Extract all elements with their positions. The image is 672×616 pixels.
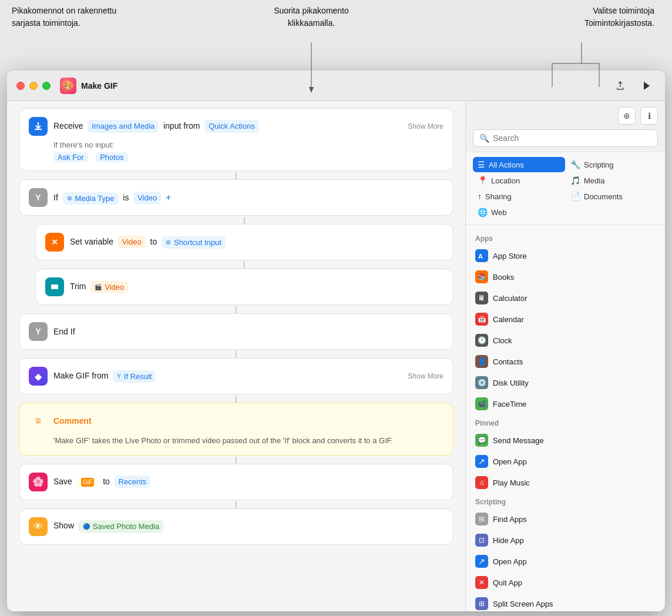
category-sharing[interactable]: ↑ Sharing: [473, 189, 565, 204]
app-store-label: App Store: [493, 252, 527, 260]
calculator-label: Calculator: [493, 294, 527, 303]
connector-3: [244, 262, 245, 269]
category-web[interactable]: 🌐 Web: [473, 205, 565, 220]
token-saved-photo[interactable]: 🔵Saved Photo Media: [79, 520, 163, 533]
sidebar-list[interactable]: Apps A App Store 📚 Books 🖩 Calculator 📅: [466, 225, 665, 611]
make-gif-show-more[interactable]: Show More: [408, 372, 443, 380]
open-app-pinned-icon: ↗: [475, 455, 488, 468]
calendar-label: Calendar: [493, 315, 524, 324]
send-message-icon: 💬: [475, 434, 488, 447]
category-documents[interactable]: 📄 Documents: [566, 189, 658, 204]
connector-1: [236, 172, 237, 179]
list-item-open-app-pinned[interactable]: ↗ Open App: [466, 451, 665, 472]
all-actions-icon: ☰: [478, 160, 485, 169]
token-shortcut-input[interactable]: ⚙Shortcut Input: [162, 236, 226, 249]
token-images-media[interactable]: Images and Media: [88, 120, 159, 133]
list-item-contacts[interactable]: 👤 Contacts: [466, 351, 665, 372]
connector-2: [244, 217, 245, 224]
list-item-calendar[interactable]: 📅 Calendar: [466, 309, 665, 330]
list-item-hide-app[interactable]: ⊡ Hide App: [466, 530, 665, 551]
app-icon: 🎨: [60, 78, 76, 94]
token-recents[interactable]: Recents: [115, 476, 151, 488]
make-gif-icon: ◆: [29, 367, 48, 386]
minimize-button[interactable]: [29, 82, 38, 90]
open-app-label: Open App: [493, 557, 527, 566]
receive-sub-text: If there's no input:: [29, 140, 443, 149]
play-music-label: Play Music: [493, 478, 530, 487]
list-item-find-apps[interactable]: ⊞ Find Apps: [466, 508, 665, 530]
clock-icon: 🕐: [475, 334, 488, 347]
list-item-facetime[interactable]: 📹 FaceTime: [466, 393, 665, 414]
token-video-trim[interactable]: 🎬Video: [90, 281, 128, 294]
connector-5: [236, 351, 237, 358]
sidebar-icons-row: ⊕ ℹ: [473, 107, 658, 125]
category-scripting[interactable]: 🔧 Scripting: [566, 157, 658, 172]
token-media-type[interactable]: ⚙Media Type: [63, 192, 119, 205]
share-button[interactable]: [611, 76, 630, 95]
annotation-right: Valitse toimintoja Toimintokirjastosta.: [525, 5, 654, 29]
token-gif[interactable]: GIF: [77, 477, 99, 487]
show-icon: 👁: [29, 517, 48, 536]
show-block[interactable]: 👁 Show 🔵Saved Photo Media: [19, 508, 453, 545]
main-window: 🎨 Make GIF: [7, 71, 665, 611]
comment-label: Comment: [53, 416, 92, 426]
end-if-block[interactable]: Y End If: [19, 313, 453, 350]
contacts-label: Contacts: [493, 357, 523, 366]
svg-text:A: A: [478, 253, 483, 260]
comment-icon: ≡: [29, 411, 48, 430]
workflow-canvas[interactable]: Receive Images and Media input from Quic…: [7, 101, 465, 611]
books-label: Books: [493, 273, 514, 282]
search-bar[interactable]: 🔍: [473, 129, 658, 147]
list-item-calculator[interactable]: 🖩 Calculator: [466, 287, 665, 309]
search-input[interactable]: [493, 133, 651, 143]
list-item-app-store[interactable]: A App Store: [466, 245, 665, 266]
traffic-lights: [16, 82, 51, 90]
svg-marker-7: [644, 82, 650, 90]
titlebar-actions: [611, 76, 656, 95]
category-location[interactable]: 📍 Location: [473, 173, 565, 188]
category-media[interactable]: 🎵 Media: [566, 173, 658, 188]
split-screen-icon: ⊞: [475, 597, 488, 610]
receive-tokens-row: Ask For Photos: [29, 152, 443, 162]
category-all-actions[interactable]: ☰ All Actions: [473, 157, 565, 172]
save-text: Save GIF to Recents: [53, 476, 443, 488]
close-button[interactable]: [16, 82, 25, 90]
save-block[interactable]: 🌸 Save GIF to Recents: [19, 464, 453, 500]
list-item-quit-app[interactable]: ✕ Quit App: [466, 572, 665, 593]
trim-block[interactable]: Trim 🎬Video: [35, 269, 453, 305]
set-variable-block[interactable]: ✕ Set variable Video to ⚙Shortcut Input: [35, 224, 453, 260]
list-item-send-message[interactable]: 💬 Send Message: [466, 430, 665, 451]
make-gif-block[interactable]: ◆ Make GIF from YIf Result Show More: [19, 358, 453, 394]
section-pinned-label: Pinned: [466, 414, 665, 430]
content-area: Receive Images and Media input from Quic…: [7, 101, 665, 611]
token-if-result[interactable]: YIf Result: [113, 370, 156, 383]
info-btn[interactable]: ℹ: [640, 107, 658, 125]
comment-block[interactable]: ≡ Comment 'Make GIF' takes the Live Phot…: [19, 403, 453, 456]
connector-8: [236, 501, 237, 508]
add-to-shortcuts-btn[interactable]: ⊕: [618, 107, 636, 125]
save-icon: 🌸: [29, 473, 48, 491]
receive-show-more[interactable]: Show More: [408, 122, 443, 130]
connector-7: [236, 457, 237, 464]
list-item-disk-utility[interactable]: 💿 Disk Utility: [466, 372, 665, 393]
receive-block[interactable]: Receive Images and Media input from Quic…: [19, 108, 453, 171]
list-item-clock[interactable]: 🕐 Clock: [466, 330, 665, 351]
maximize-button[interactable]: [42, 82, 51, 90]
token-photos[interactable]: Photos: [96, 152, 127, 162]
token-ask-for[interactable]: Ask For: [53, 152, 88, 162]
list-item-open-app[interactable]: ↗ Open App: [466, 551, 665, 572]
clock-label: Clock: [493, 336, 512, 345]
list-item-books[interactable]: 📚 Books: [466, 266, 665, 287]
list-item-split-screen[interactable]: ⊞ Split Screen Apps: [466, 593, 665, 611]
token-video-var[interactable]: Video: [118, 236, 146, 249]
calendar-icon: 📅: [475, 313, 488, 326]
sidebar-header: ⊕ ℹ 🔍: [466, 101, 665, 152]
token-quick-actions[interactable]: Quick Actions: [204, 120, 259, 133]
if-block[interactable]: Y If ⚙Media Type is Video +: [19, 179, 453, 216]
add-condition-btn[interactable]: +: [166, 192, 171, 202]
list-item-play-music[interactable]: ♫ Play Music: [466, 472, 665, 493]
find-apps-label: Find Apps: [493, 515, 527, 524]
run-button[interactable]: [637, 76, 656, 95]
token-video-cond[interactable]: Video: [133, 192, 161, 205]
contacts-icon: 👤: [475, 355, 488, 368]
